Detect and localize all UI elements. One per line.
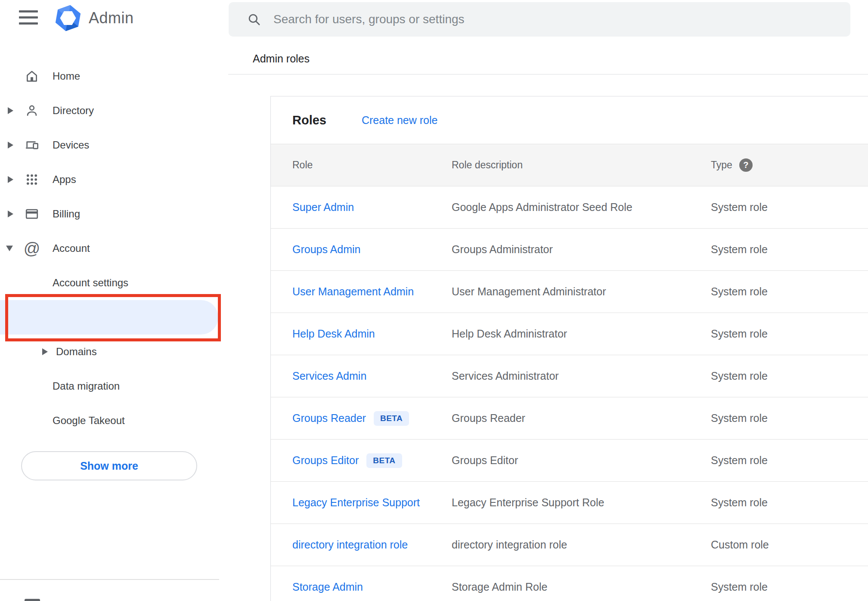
sidebar-item-label: Account settings bbox=[53, 277, 128, 289]
table-row: User Management Admin User Management Ad… bbox=[271, 271, 868, 313]
role-description: Groups Editor bbox=[452, 454, 711, 467]
role-description: Help Desk Administrator bbox=[452, 328, 711, 340]
create-new-role-link[interactable]: Create new role bbox=[362, 114, 437, 127]
sidebar-divider bbox=[0, 579, 219, 580]
role-type: Custom role bbox=[711, 539, 868, 551]
sidebar-item-data-migration[interactable]: Data migration bbox=[0, 369, 221, 403]
role-type: System role bbox=[711, 243, 868, 256]
menu-icon[interactable] bbox=[19, 9, 38, 25]
sidebar-item-account-settings[interactable]: Account settings bbox=[0, 266, 221, 300]
app-logo: Admin bbox=[54, 4, 134, 32]
sidebar-item-label: Account bbox=[53, 242, 90, 254]
home-icon bbox=[24, 68, 40, 84]
sidebar-item-label: Billing bbox=[53, 208, 80, 220]
apps-grid-icon bbox=[24, 172, 40, 187]
role-link[interactable]: Groups Editor bbox=[292, 454, 359, 467]
sidebar-item-billing[interactable]: Billing bbox=[0, 197, 221, 231]
role-description: Legacy Enterprise Support Role bbox=[452, 496, 711, 509]
column-header-role: Role bbox=[292, 159, 452, 171]
role-link[interactable]: Storage Admin bbox=[292, 581, 363, 593]
role-link[interactable]: Legacy Enterprise Support bbox=[292, 496, 420, 509]
header-divider bbox=[228, 74, 868, 74]
sidebar-item-label: Apps bbox=[53, 173, 76, 186]
role-type: System role bbox=[711, 581, 868, 593]
table-row: Groups Reader BETA Groups Reader System … bbox=[271, 397, 868, 440]
role-link[interactable]: Groups Admin bbox=[292, 243, 360, 256]
beta-badge: BETA bbox=[374, 411, 409, 426]
role-description: Groups Reader bbox=[452, 412, 711, 424]
admin-console-page: Admin Home Directory bbox=[0, 0, 868, 601]
credit-card-icon bbox=[24, 206, 40, 222]
role-type: System role bbox=[711, 496, 868, 509]
role-description: Google Apps Administrator Seed Role bbox=[452, 201, 711, 214]
show-more-button[interactable]: Show more bbox=[21, 451, 197, 480]
sidebar-item-directory[interactable]: Directory bbox=[0, 93, 221, 128]
role-type: System role bbox=[711, 454, 868, 467]
column-header-description: Role description bbox=[452, 159, 711, 171]
sidebar-item-label: Google Takeout bbox=[53, 415, 125, 427]
role-link[interactable]: Super Admin bbox=[292, 201, 354, 214]
role-description: User Management Administrator bbox=[452, 285, 711, 298]
role-link[interactable]: Services Admin bbox=[292, 370, 366, 382]
table-row: Super Admin Google Apps Administrator Se… bbox=[271, 186, 868, 229]
table-row: Services Admin Services Administrator Sy… bbox=[271, 355, 868, 397]
chevron-right-icon[interactable] bbox=[8, 107, 13, 114]
admin-hexagon-icon bbox=[54, 4, 82, 32]
devices-icon bbox=[24, 137, 40, 153]
table-row: Storage Admin Storage Admin Role System … bbox=[271, 566, 868, 601]
roles-card-header: Roles Create new role bbox=[271, 96, 868, 144]
sidebar-item-label: Home bbox=[53, 70, 80, 82]
sidebar-item-apps[interactable]: Apps bbox=[0, 162, 221, 197]
table-row: Groups Admin Groups Administrator System… bbox=[271, 229, 868, 271]
sidebar-item-google-takeout[interactable]: Google Takeout bbox=[0, 403, 221, 438]
search-bar[interactable] bbox=[229, 2, 850, 37]
sidebar-item-label: Data migration bbox=[53, 380, 120, 392]
role-description: Groups Administrator bbox=[452, 243, 711, 256]
card-title: Roles bbox=[292, 113, 326, 127]
sidebar-item-label: Devices bbox=[53, 139, 89, 151]
app-title: Admin bbox=[89, 9, 134, 27]
role-description: Services Administrator bbox=[452, 370, 711, 382]
sidebar-item-label: Directory bbox=[53, 105, 94, 117]
sidebar-item-account[interactable]: @ Account bbox=[0, 231, 221, 266]
chevron-right-icon[interactable] bbox=[42, 348, 48, 355]
person-icon bbox=[24, 103, 40, 118]
role-description: directory integration role bbox=[452, 539, 711, 551]
chevron-right-icon[interactable] bbox=[8, 176, 13, 183]
roles-card: Roles Create new role Role Role descript… bbox=[270, 96, 868, 601]
sidebar-item-domains[interactable]: Domains bbox=[0, 335, 221, 369]
sidebar-item-devices[interactable]: Devices bbox=[0, 128, 221, 162]
selected-item-highlight bbox=[0, 300, 218, 335]
role-description: Storage Admin Role bbox=[452, 581, 711, 593]
at-sign-icon: @ bbox=[24, 241, 40, 256]
chevron-down-icon[interactable] bbox=[6, 246, 13, 251]
role-type: System role bbox=[711, 285, 868, 298]
role-type: System role bbox=[711, 201, 868, 214]
sidebar: Admin Home Directory bbox=[0, 0, 221, 601]
table-header-row: Role Role description Type ? bbox=[271, 144, 868, 186]
role-link[interactable]: Help Desk Admin bbox=[292, 328, 375, 340]
table-row: directory integration role directory int… bbox=[271, 524, 868, 566]
cropped-bottom-icon bbox=[25, 599, 40, 601]
sidebar-item-home[interactable]: Home bbox=[0, 59, 221, 93]
beta-badge: BETA bbox=[366, 453, 402, 468]
role-link[interactable]: Groups Reader bbox=[292, 412, 366, 424]
chevron-right-icon[interactable] bbox=[8, 142, 13, 149]
role-link[interactable]: directory integration role bbox=[292, 539, 408, 551]
role-type: System role bbox=[711, 328, 868, 340]
role-type: System role bbox=[711, 370, 868, 382]
role-type: System role bbox=[711, 412, 868, 424]
role-link[interactable]: User Management Admin bbox=[292, 285, 414, 298]
table-row: Help Desk Admin Help Desk Administrator … bbox=[271, 313, 868, 355]
chevron-right-icon[interactable] bbox=[8, 211, 13, 217]
column-header-type: Type ? bbox=[711, 158, 868, 172]
sidebar-item-label: Domains bbox=[56, 346, 97, 358]
search-input[interactable] bbox=[273, 12, 850, 27]
help-icon[interactable]: ? bbox=[739, 158, 753, 172]
table-row: Groups Editor BETA Groups Editor System … bbox=[271, 440, 868, 482]
breadcrumb: Admin roles bbox=[253, 53, 310, 65]
sidebar-nav: Home Directory Devices bbox=[0, 59, 221, 438]
column-header-type-label: Type bbox=[711, 159, 732, 171]
table-row: Legacy Enterprise Support Legacy Enterpr… bbox=[271, 482, 868, 524]
search-icon bbox=[247, 12, 261, 27]
